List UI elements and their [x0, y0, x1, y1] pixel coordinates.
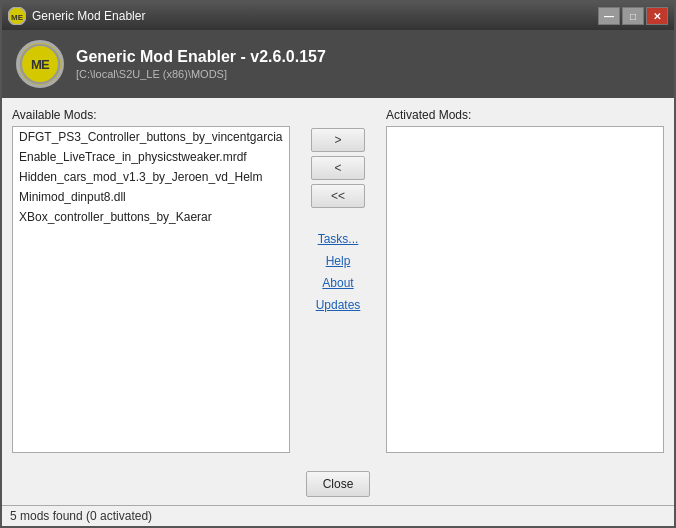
activated-mods-panel: Activated Mods: [386, 108, 664, 453]
main-window: ME Generic Mod Enabler — □ ✕ ME Generic … [0, 0, 676, 528]
title-bar-buttons: — □ ✕ [598, 7, 668, 25]
about-link[interactable]: About [322, 276, 353, 290]
minimize-button[interactable]: — [598, 7, 620, 25]
close-window-button[interactable]: ✕ [646, 7, 668, 25]
available-mods-list[interactable]: DFGT_PS3_Controller_buttons_by_vincentga… [12, 126, 290, 453]
app-logo: ME [16, 40, 64, 88]
deactivate-button[interactable]: < [311, 156, 365, 180]
bottom-section: Close [2, 463, 674, 505]
window-icon: ME [8, 7, 26, 25]
activate-button[interactable]: > [311, 128, 365, 152]
middle-controls: > < << Tasks... Help About Updates [298, 108, 378, 453]
activated-mods-label: Activated Mods: [386, 108, 664, 122]
deactivate-all-button[interactable]: << [311, 184, 365, 208]
app-header: ME Generic Mod Enabler - v2.6.0.157 [C:\… [2, 30, 674, 98]
available-mods-label: Available Mods: [12, 108, 290, 122]
list-item[interactable]: Hidden_cars_mod_v1.3_by_Jeroen_vd_Helm [13, 167, 289, 187]
header-text: Generic Mod Enabler - v2.6.0.157 [C:\loc… [76, 48, 326, 80]
list-item[interactable]: DFGT_PS3_Controller_buttons_by_vincentga… [13, 127, 289, 147]
activated-mods-list[interactable] [386, 126, 664, 453]
available-mods-panel: Available Mods: DFGT_PS3_Controller_butt… [12, 108, 290, 453]
help-link[interactable]: Help [326, 254, 351, 268]
maximize-button[interactable]: □ [622, 7, 644, 25]
status-bar: 5 mods found (0 activated) [2, 505, 674, 526]
svg-text:ME: ME [31, 57, 50, 72]
close-button[interactable]: Close [306, 471, 370, 497]
logo-circle: ME [16, 40, 64, 88]
title-bar-text: Generic Mod Enabler [32, 9, 598, 23]
app-path: [C:\local\S2U_LE (x86)\MODS] [76, 68, 326, 80]
updates-link[interactable]: Updates [316, 298, 361, 312]
title-bar: ME Generic Mod Enabler — □ ✕ [2, 2, 674, 30]
svg-text:ME: ME [11, 13, 24, 22]
status-text: 5 mods found (0 activated) [10, 509, 152, 523]
app-title: Generic Mod Enabler - v2.6.0.157 [76, 48, 326, 66]
list-item[interactable]: Enable_LiveTrace_in_physicstweaker.mrdf [13, 147, 289, 167]
list-item[interactable]: XBox_controller_buttons_by_Kaerar [13, 207, 289, 227]
list-item[interactable]: Minimod_dinput8.dll [13, 187, 289, 207]
links-section: Tasks... Help About Updates [316, 232, 361, 312]
tasks-link[interactable]: Tasks... [318, 232, 359, 246]
main-content: Available Mods: DFGT_PS3_Controller_butt… [2, 98, 674, 463]
